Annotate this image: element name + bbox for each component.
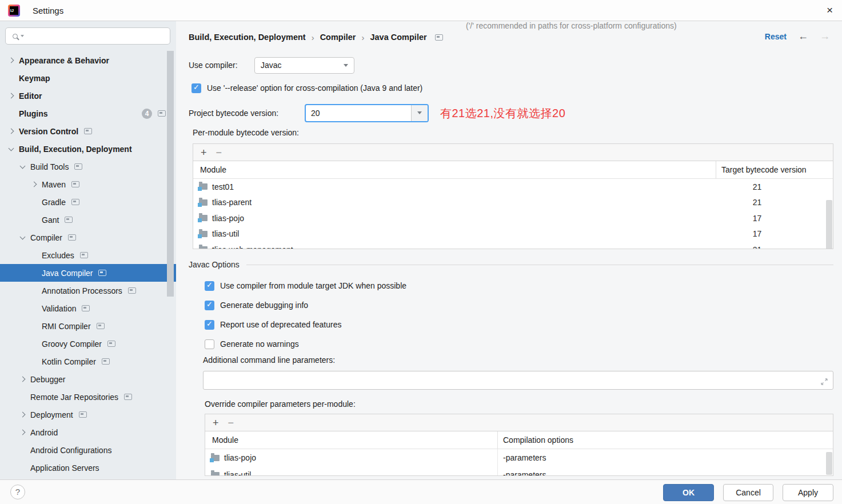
- options-cell[interactable]: -parameters: [498, 453, 833, 462]
- cancel-button[interactable]: Cancel: [723, 484, 773, 501]
- back-arrow-icon[interactable]: ←: [798, 30, 808, 42]
- sidebar-item-annotation-processors[interactable]: Annotation Processors: [0, 282, 176, 299]
- javac-option-checkbox[interactable]: [205, 339, 214, 349]
- chevron-down-icon[interactable]: [9, 145, 14, 151]
- javac-option-row: Report use of deprecated features: [205, 315, 406, 334]
- module-name: tlias-util: [224, 470, 251, 476]
- release-option-checkbox[interactable]: [191, 83, 201, 93]
- table-row[interactable]: tlias-pojo-parameters: [205, 449, 833, 466]
- expand-icon[interactable]: [820, 378, 828, 386]
- version-cell[interactable]: 17: [716, 229, 833, 238]
- chevron-right-icon[interactable]: [9, 93, 14, 99]
- section-divider: [246, 265, 833, 265]
- sidebar-item-plugins[interactable]: Plugins4: [0, 105, 176, 122]
- chevron-right-icon[interactable]: [9, 58, 14, 63]
- version-cell[interactable]: 17: [716, 214, 833, 223]
- breadcrumb-item[interactable]: Java Compiler: [370, 33, 426, 42]
- chevron-right-icon[interactable]: [9, 129, 14, 134]
- sidebar-item-debugger[interactable]: Debugger: [0, 370, 176, 388]
- sidebar-item-label: Plugins: [19, 109, 48, 118]
- chevron-right-icon[interactable]: [20, 430, 26, 435]
- sidebar-item-gant[interactable]: Gant: [0, 211, 176, 229]
- sidebar-item-excludes[interactable]: Excludes: [0, 246, 176, 264]
- sidebar-item-label: Build Tools: [30, 162, 69, 171]
- sidebar-item-application-servers[interactable]: Application Servers: [0, 459, 176, 477]
- sidebar-item-editor[interactable]: Editor: [0, 87, 176, 105]
- javac-option-row: Generate debugging info: [205, 295, 406, 315]
- options-column-header[interactable]: Compilation options: [498, 431, 833, 449]
- table-row[interactable]: tlias-parent21: [193, 195, 833, 211]
- sidebar-item-build-tools[interactable]: Build Tools: [0, 158, 176, 175]
- module-column-header[interactable]: Module: [205, 431, 498, 449]
- sidebar-item-label: Appearance & Behavior: [19, 56, 109, 65]
- table-scrollbar[interactable]: [826, 200, 832, 249]
- add-override-button[interactable]: +: [213, 418, 219, 428]
- sidebar-item-android-configurations[interactable]: Android Configurations: [0, 441, 176, 459]
- table-row[interactable]: tlias-util-parameters: [205, 466, 833, 476]
- chevron-right-icon[interactable]: [20, 412, 26, 418]
- breadcrumb-item[interactable]: Compiler: [320, 33, 356, 42]
- use-compiler-select[interactable]: Javac: [254, 57, 354, 74]
- sidebar-item-build-execution-deployment[interactable]: Build, Execution, Deployment: [0, 140, 176, 158]
- version-cell[interactable]: 21: [716, 245, 833, 249]
- forward-arrow-icon[interactable]: →: [820, 30, 830, 42]
- sidebar-item-validation[interactable]: Validation: [0, 299, 176, 317]
- apply-button[interactable]: Apply: [783, 484, 833, 501]
- reset-link[interactable]: Reset: [765, 32, 787, 41]
- project-bytecode-row: Project bytecode version: 20 有21选21,没有就选…: [189, 104, 565, 122]
- add-module-button[interactable]: +: [201, 147, 207, 158]
- javac-option-checkbox[interactable]: [205, 281, 214, 291]
- settings-indicator-icon: [74, 163, 82, 170]
- chevron-down-icon[interactable]: [20, 163, 26, 169]
- project-bytecode-select[interactable]: 20: [305, 104, 429, 122]
- sidebar-item-remote-jar-repositories[interactable]: Remote Jar Repositories: [0, 388, 176, 406]
- sidebar-item-label: Validation: [42, 304, 76, 313]
- sidebar-item-kotlin-compiler[interactable]: Kotlin Compiler: [0, 353, 176, 370]
- javac-option-checkbox[interactable]: [205, 301, 214, 310]
- module-column-header[interactable]: Module: [193, 161, 716, 178]
- remove-module-button[interactable]: −: [216, 147, 222, 158]
- chevron-down-icon[interactable]: [20, 234, 26, 239]
- module-cell: tlias-parent: [193, 198, 716, 207]
- javac-option-checkbox[interactable]: [205, 320, 214, 330]
- ok-button[interactable]: OK: [663, 484, 714, 501]
- options-cell[interactable]: -parameters: [498, 470, 833, 476]
- settings-tree: Appearance & BehaviorKeymapEditorPlugins…: [0, 51, 176, 477]
- table-row[interactable]: tlias-web-management21: [193, 242, 833, 249]
- table-scrollbar[interactable]: [826, 452, 832, 475]
- sidebar-item-compiler[interactable]: Compiler: [0, 229, 176, 246]
- table-row[interactable]: test0121: [193, 179, 833, 195]
- sidebar-item-label: Keymap: [19, 74, 50, 83]
- sidebar-item-label: Version Control: [19, 127, 78, 136]
- table-row[interactable]: tlias-pojo17: [193, 210, 833, 226]
- sidebar-item-version-control[interactable]: Version Control: [0, 122, 176, 140]
- settings-indicator-icon: [158, 110, 166, 117]
- search-options-caret-icon[interactable]: [21, 35, 24, 37]
- sidebar-item-maven[interactable]: Maven: [0, 175, 176, 193]
- breadcrumb-item[interactable]: Build, Execution, Deployment: [189, 33, 306, 42]
- version-cell[interactable]: 21: [716, 198, 833, 207]
- sidebar-item-rmi-compiler[interactable]: RMI Compiler: [0, 317, 176, 335]
- sidebar-item-keymap[interactable]: Keymap: [0, 69, 176, 87]
- table-toolbar: + −: [193, 144, 833, 161]
- sidebar-item-groovy-compiler[interactable]: Groovy Compiler: [0, 335, 176, 353]
- override-label: Override compiler parameters per-module:: [205, 399, 356, 409]
- remove-override-button[interactable]: −: [228, 418, 234, 428]
- sidebar-scrollbar[interactable]: [167, 51, 174, 297]
- sidebar-item-gradle[interactable]: Gradle: [0, 193, 176, 211]
- sidebar-item-appearance-behavior[interactable]: Appearance & Behavior: [0, 51, 176, 69]
- cmdline-row: Additional command line parameters:: [203, 355, 335, 368]
- cmdline-input[interactable]: [203, 371, 833, 390]
- version-column-header[interactable]: Target bytecode version: [716, 161, 833, 178]
- close-icon[interactable]: ×: [827, 4, 833, 17]
- chevron-right-icon[interactable]: [20, 377, 26, 382]
- sidebar-item-android[interactable]: Android: [0, 423, 176, 441]
- dropdown-button[interactable]: [411, 105, 428, 121]
- sidebar-item-deployment[interactable]: Deployment: [0, 406, 176, 423]
- settings-search-input[interactable]: [5, 27, 170, 45]
- version-cell[interactable]: 21: [716, 182, 833, 191]
- sidebar-item-java-compiler[interactable]: Java Compiler: [0, 264, 176, 282]
- help-icon[interactable]: ?: [10, 485, 25, 499]
- chevron-right-icon[interactable]: [31, 182, 37, 187]
- table-row[interactable]: tlias-util17: [193, 226, 833, 242]
